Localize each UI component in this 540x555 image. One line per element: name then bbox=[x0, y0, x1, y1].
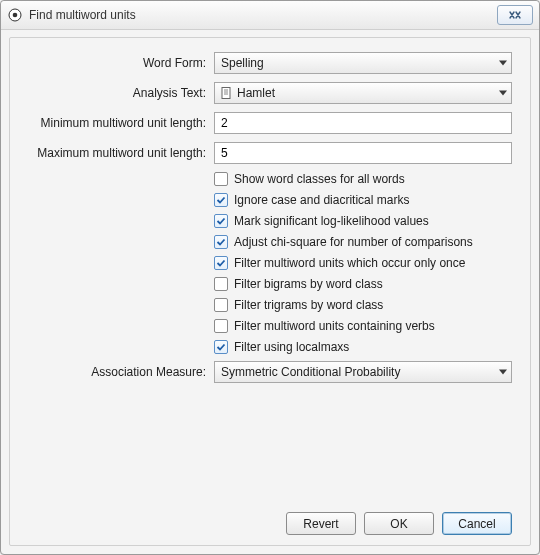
checkbox[interactable] bbox=[214, 256, 228, 270]
checkbox-row: Adjust chi-square for number of comparis… bbox=[214, 235, 512, 249]
chevron-down-icon bbox=[499, 370, 507, 375]
checkbox-label: Ignore case and diacritical marks bbox=[234, 193, 409, 207]
chevron-down-icon bbox=[499, 61, 507, 66]
max-length-label: Maximum multiword unit length: bbox=[28, 146, 214, 160]
checkbox-label: Filter using localmaxs bbox=[234, 340, 349, 354]
word-form-select[interactable]: Spelling bbox=[214, 52, 512, 74]
checkbox-row: Filter trigrams by word class bbox=[214, 298, 512, 312]
chevron-down-icon bbox=[499, 91, 507, 96]
close-button[interactable] bbox=[497, 5, 533, 25]
association-measure-label: Association Measure: bbox=[28, 365, 214, 379]
checkbox-label: Filter multiword units which occur only … bbox=[234, 256, 465, 270]
checkbox-row: Filter bigrams by word class bbox=[214, 277, 512, 291]
revert-button[interactable]: Revert bbox=[286, 512, 356, 535]
checkbox-label: Adjust chi-square for number of comparis… bbox=[234, 235, 473, 249]
revert-button-label: Revert bbox=[303, 517, 338, 531]
association-measure-select[interactable]: Symmetric Conditional Probability bbox=[214, 361, 512, 383]
cancel-button-label: Cancel bbox=[458, 517, 495, 531]
checkbox[interactable] bbox=[214, 172, 228, 186]
dialog-body: Word Form: Spelling Analysis Text: Haml bbox=[9, 37, 531, 546]
checkbox-label: Mark significant log-likelihood values bbox=[234, 214, 429, 228]
checkbox-label: Filter trigrams by word class bbox=[234, 298, 383, 312]
checkbox-row: Ignore case and diacritical marks bbox=[214, 193, 512, 207]
window-title: Find multiword units bbox=[29, 8, 497, 22]
cancel-button[interactable]: Cancel bbox=[442, 512, 512, 535]
document-icon bbox=[221, 87, 233, 99]
form-area: Word Form: Spelling Analysis Text: Haml bbox=[28, 52, 512, 502]
max-length-input[interactable] bbox=[214, 142, 512, 164]
checkbox-row: Filter using localmaxs bbox=[214, 340, 512, 354]
button-bar: Revert OK Cancel bbox=[28, 502, 512, 535]
checkbox-label: Filter bigrams by word class bbox=[234, 277, 383, 291]
association-measure-value: Symmetric Conditional Probability bbox=[221, 365, 400, 379]
svg-point-1 bbox=[13, 13, 18, 18]
analysis-text-value: Hamlet bbox=[237, 86, 275, 100]
word-form-label: Word Form: bbox=[28, 56, 214, 70]
title-bar: Find multiword units bbox=[1, 1, 539, 30]
dialog-window: Find multiword units Word Form: Spelling… bbox=[0, 0, 540, 555]
checkbox[interactable] bbox=[214, 193, 228, 207]
checkbox[interactable] bbox=[214, 298, 228, 312]
checkbox-row: Filter multiword units containing verbs bbox=[214, 319, 512, 333]
analysis-text-label: Analysis Text: bbox=[28, 86, 214, 100]
checkbox-row: Filter multiword units which occur only … bbox=[214, 256, 512, 270]
checkbox[interactable] bbox=[214, 340, 228, 354]
checkbox[interactable] bbox=[214, 235, 228, 249]
word-form-value: Spelling bbox=[221, 56, 264, 70]
checkbox[interactable] bbox=[214, 214, 228, 228]
min-length-input[interactable] bbox=[214, 112, 512, 134]
checkbox-row: Mark significant log-likelihood values bbox=[214, 214, 512, 228]
checkbox-row: Show word classes for all words bbox=[214, 172, 512, 186]
checkbox-label: Show word classes for all words bbox=[234, 172, 405, 186]
checkbox[interactable] bbox=[214, 277, 228, 291]
app-icon bbox=[7, 7, 23, 23]
analysis-text-select[interactable]: Hamlet bbox=[214, 82, 512, 104]
ok-button-label: OK bbox=[390, 517, 407, 531]
ok-button[interactable]: OK bbox=[364, 512, 434, 535]
checkbox[interactable] bbox=[214, 319, 228, 333]
checkbox-label: Filter multiword units containing verbs bbox=[234, 319, 435, 333]
svg-rect-2 bbox=[222, 88, 230, 99]
min-length-label: Minimum multiword unit length: bbox=[28, 116, 214, 130]
